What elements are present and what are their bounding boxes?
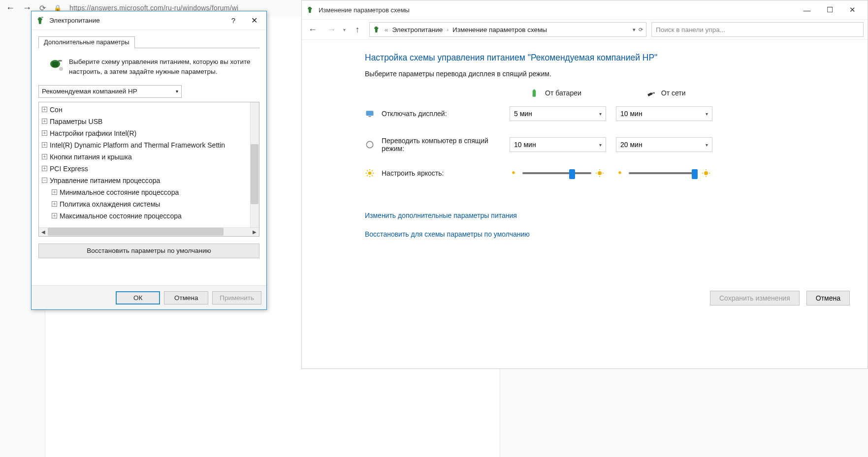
tree-item[interactable]: +Политика охлаждения системы [42, 198, 257, 210]
search-input[interactable]: Поиск в панели упра... [651, 22, 864, 37]
slider-thumb[interactable] [569, 169, 575, 179]
cancel-button[interactable]: Отмена [806, 291, 850, 305]
expand-icon[interactable]: + [42, 166, 47, 171]
tree-item[interactable]: +Сон [42, 104, 257, 116]
tab-advanced[interactable]: Дополнительные параметры [38, 36, 135, 48]
sleep-icon [365, 140, 375, 150]
window-maximize-button[interactable]: ☐ [818, 5, 841, 14]
tree-item-label: Кнопки питания и крышка [50, 153, 132, 161]
breadcrumb-overflow-icon[interactable]: « [385, 26, 388, 33]
svg-line-18 [372, 175, 373, 176]
sun-dim-icon [616, 169, 625, 178]
apply-button[interactable]: Применить [212, 291, 261, 305]
history-chevron-icon[interactable]: ▾ [343, 27, 346, 32]
dialog-button-row: ОК Отмена Применить [32, 285, 266, 309]
scroll-left-icon[interactable]: ◀ [39, 229, 48, 235]
scroll-right-icon[interactable]: ▶ [250, 229, 259, 235]
nav-up-button[interactable]: ↑ [351, 23, 364, 36]
svg-rect-0 [41, 17, 44, 18]
brightness-ac-slider[interactable] [616, 169, 722, 178]
plug-icon [645, 89, 656, 97]
power-icon [373, 26, 381, 33]
sun-bright-icon [595, 169, 604, 178]
brightness-label: Настроить яркость: [382, 169, 444, 177]
svg-point-4 [59, 67, 63, 71]
collapse-icon[interactable]: − [42, 178, 47, 183]
turn-off-display-ac-select[interactable]: 10 мин▾ [616, 106, 712, 121]
tree-item[interactable]: +Кнопки питания и крышка [42, 151, 257, 163]
power-icon [35, 16, 45, 26]
page-subheading: Выберите параметры перевода дисплея в сп… [365, 70, 868, 78]
horizontal-scrollbar[interactable]: ◀ ▶ [39, 227, 259, 236]
sleep-battery-select[interactable]: 10 мин▾ [510, 137, 606, 152]
tree-item[interactable]: +PCI Express [42, 163, 257, 175]
tree-item-label: Настройки графики Intel(R) [50, 129, 136, 137]
advanced-settings-link[interactable]: Изменить дополнительные параметры питани… [365, 212, 868, 219]
slider-thumb[interactable] [692, 169, 698, 179]
sun-bright-icon [702, 169, 710, 178]
expand-icon[interactable]: + [42, 130, 47, 136]
tree-item[interactable]: −Управление питанием процессора [42, 175, 257, 186]
expand-icon[interactable]: + [52, 189, 57, 195]
browser-forward-icon[interactable]: → [23, 3, 32, 13]
restore-plan-defaults-link[interactable]: Восстановить для схемы параметры по умол… [365, 230, 868, 238]
expand-icon[interactable]: + [42, 154, 47, 159]
expand-icon[interactable]: + [42, 142, 47, 148]
vertical-scrollbar[interactable] [250, 102, 259, 227]
breadcrumb-sep-icon: › [447, 27, 449, 32]
svg-rect-6 [533, 90, 535, 91]
sleep-label: Переводить компьютер в спящий режим: [382, 137, 500, 152]
power-options-dialog: Электропитание ? ✕ Дополнительные параме… [31, 11, 267, 310]
tree-item[interactable]: +Настройки графики Intel(R) [42, 127, 257, 139]
expand-icon[interactable]: + [42, 119, 47, 124]
window-minimize-button[interactable]: — [796, 6, 818, 14]
expand-icon[interactable]: + [52, 201, 57, 207]
power-scheme-dropdown[interactable]: Рекомендуемая компанией HP ▾ [38, 85, 182, 98]
tree-item-label: Параметры USB [50, 118, 102, 125]
turn-off-display-battery-select[interactable]: 5 мин▾ [510, 106, 606, 121]
scrollbar-thumb[interactable] [251, 144, 258, 204]
expand-icon[interactable]: + [42, 107, 47, 112]
nav-forward-button[interactable]: → [324, 23, 338, 36]
expand-icon[interactable]: + [52, 213, 57, 218]
browser-back-icon[interactable]: ← [6, 3, 15, 13]
svg-line-17 [367, 170, 368, 171]
tree-item[interactable]: +Intel(R) Dynamic Platform and Thermal F… [42, 139, 257, 151]
nav-back-button[interactable]: ← [306, 23, 320, 36]
cancel-button[interactable]: Отмена [164, 291, 208, 305]
svg-rect-3 [58, 60, 62, 61]
tree-item[interactable]: +Максимальное состояние процессора [42, 210, 257, 222]
breadcrumb-edit-plan[interactable]: Изменение параметров схемы [452, 26, 547, 33]
tree-item-label: Управление питанием процессора [50, 177, 160, 184]
address-chevron-icon[interactable]: ▾ [633, 27, 636, 33]
svg-rect-8 [654, 92, 655, 94]
tree-item-label: PCI Express [50, 165, 88, 173]
dialog-titlebar[interactable]: Электропитание ? ✕ [32, 11, 266, 30]
tree-item-label: Политика охлаждения системы [60, 200, 160, 208]
brightness-battery-slider[interactable] [510, 169, 616, 178]
svg-point-21 [512, 171, 514, 174]
svg-point-12 [368, 172, 372, 175]
svg-line-19 [367, 175, 368, 176]
dialog-help-button[interactable]: ? [223, 13, 244, 28]
power-icon [306, 5, 315, 14]
window-titlebar[interactable]: Изменение параметров схемы — ☐ ✕ [302, 0, 868, 19]
ok-button[interactable]: ОК [116, 291, 160, 305]
dialog-title: Электропитание [49, 17, 223, 24]
address-bar[interactable]: « Электропитание › Изменение параметров … [369, 22, 646, 37]
h-scrollbar-thumb[interactable] [48, 228, 224, 236]
sleep-ac-select[interactable]: 20 мин▾ [616, 137, 712, 152]
slider-track[interactable] [522, 172, 591, 174]
save-changes-button[interactable]: Сохранить изменения [710, 291, 800, 305]
svg-point-22 [598, 171, 602, 175]
refresh-icon[interactable]: ⟳ [639, 27, 643, 33]
breadcrumb-power[interactable]: Электропитание [392, 26, 443, 33]
tree-item[interactable]: +Минимальное состояние процессора [42, 186, 257, 198]
restore-defaults-button[interactable]: Восстановить параметры по умолчанию [38, 244, 259, 258]
dialog-close-button[interactable]: ✕ [244, 13, 264, 28]
tree-item[interactable]: +Параметры USB [42, 116, 257, 127]
settings-tree: +Сон+Параметры USB+Настройки графики Int… [38, 102, 259, 237]
svg-rect-9 [366, 111, 374, 116]
slider-track[interactable] [629, 172, 698, 174]
window-close-button[interactable]: ✕ [841, 5, 864, 14]
